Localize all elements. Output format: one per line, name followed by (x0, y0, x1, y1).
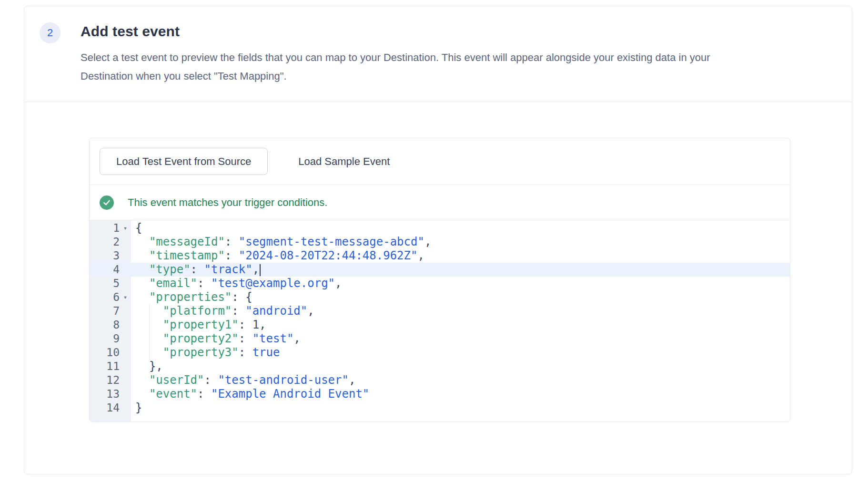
fold-arrow-placeholder (120, 387, 131, 401)
fold-arrow-placeholder (120, 360, 131, 373)
code-text[interactable]: "platform": "android", (131, 304, 790, 318)
check-circle-icon (100, 196, 114, 210)
load-sample-event-button[interactable]: Load Sample Event (287, 148, 401, 175)
code-line[interactable]: 8 "property1": 1, (90, 318, 790, 332)
code-text[interactable]: "event": "Example Android Event" (131, 387, 790, 401)
code-line[interactable]: 4 "type": "track", (90, 263, 790, 277)
fold-arrow-placeholder (120, 373, 131, 387)
fold-arrow-icon[interactable]: ▾ (120, 290, 131, 304)
line-number: 5 (90, 277, 120, 290)
json-code-editor[interactable]: 1▾{2 "messageId": "segment-test-message-… (90, 220, 790, 422)
line-number-cell: 7 (90, 304, 131, 318)
line-number-cell: 10 (90, 346, 131, 360)
line-number-cell: 1▾ (90, 221, 131, 235)
line-number-cell: 8 (90, 318, 131, 332)
line-number-cell: 11 (90, 360, 131, 373)
line-number-cell: 14 (90, 401, 131, 415)
code-line[interactable]: 12 "userId": "test-android-user", (90, 373, 790, 387)
line-number-cell: 2 (90, 235, 131, 249)
line-number: 8 (90, 318, 120, 332)
fold-arrow-placeholder (120, 318, 131, 332)
code-line[interactable]: 14} (90, 401, 790, 415)
trigger-match-status: This event matches your trigger conditio… (90, 185, 790, 220)
code-text[interactable]: { (131, 221, 790, 235)
fold-arrow-placeholder (120, 249, 131, 263)
code-line[interactable]: 1▾{ (90, 221, 790, 235)
code-line[interactable]: 11 }, (90, 360, 790, 373)
code-text[interactable]: "messageId": "segment-test-message-abcd"… (131, 235, 790, 249)
code-text[interactable]: "userId": "test-android-user", (131, 373, 790, 387)
line-number-cell: 4 (90, 263, 131, 277)
code-line[interactable]: 9 "property2": "test", (90, 332, 790, 346)
fold-arrow-placeholder (120, 277, 131, 290)
line-number: 13 (90, 387, 120, 401)
code-text[interactable]: "property1": 1, (131, 318, 790, 332)
line-number: 7 (90, 304, 120, 318)
fold-arrow-placeholder (120, 304, 131, 318)
fold-arrow-placeholder (120, 235, 131, 249)
load-test-event-button[interactable]: Load Test Event from Source (100, 148, 268, 175)
step-description: Select a test event to preview the field… (81, 48, 714, 85)
code-text[interactable]: "type": "track", (131, 263, 790, 277)
code-line[interactable]: 2 "messageId": "segment-test-message-abc… (90, 235, 790, 249)
line-number-cell: 6▾ (90, 290, 131, 304)
code-line[interactable]: 7 "platform": "android", (90, 304, 790, 318)
line-number: 6 (90, 290, 120, 304)
code-text[interactable]: "properties": { (131, 290, 790, 304)
step-header: 2 Add test event Select a test event to … (24, 6, 852, 102)
line-number-cell: 9 (90, 332, 131, 346)
step-number-badge: 2 (40, 22, 61, 43)
fold-arrow-placeholder (120, 263, 131, 277)
indent-guide (149, 346, 150, 360)
indent-guide (149, 318, 150, 332)
line-number-cell: 12 (90, 373, 131, 387)
text-cursor (260, 264, 261, 276)
line-number-cell: 13 (90, 387, 131, 401)
code-line[interactable]: 10 "property3": true (90, 346, 790, 360)
code-line[interactable]: 6▾ "properties": { (90, 290, 790, 304)
fold-arrow-placeholder (120, 346, 131, 360)
line-number-cell: 3 (90, 249, 131, 263)
add-test-event-card: 2 Add test event Select a test event to … (24, 6, 852, 474)
fold-arrow-icon[interactable]: ▾ (120, 221, 131, 235)
page-title: Add test event (81, 21, 833, 41)
line-number: 3 (90, 249, 120, 263)
code-text[interactable]: } (131, 401, 790, 415)
line-number: 11 (90, 360, 120, 373)
line-number: 2 (90, 235, 120, 249)
code-text[interactable]: "email": "test@example.org", (131, 277, 790, 290)
line-number: 9 (90, 332, 120, 346)
line-number: 4 (90, 263, 120, 277)
indent-guide (149, 304, 150, 318)
indent-guide (149, 332, 150, 346)
code-text[interactable]: }, (131, 360, 790, 373)
code-text[interactable]: "timestamp": "2024-08-20T22:44:48.962Z", (131, 249, 790, 263)
line-number: 10 (90, 346, 120, 360)
line-number-cell: 5 (90, 277, 131, 290)
line-number: 1 (90, 221, 120, 235)
code-text[interactable]: "property3": true (131, 346, 790, 360)
test-event-panel: Load Test Event from Source Load Sample … (89, 138, 790, 422)
line-number: 12 (90, 373, 120, 387)
status-message: This event matches your trigger conditio… (128, 196, 327, 209)
step-body: Load Test Event from Source Load Sample … (24, 102, 852, 422)
code-line[interactable]: 13 "event": "Example Android Event" (90, 387, 790, 401)
line-number: 14 (90, 401, 120, 415)
code-line[interactable]: 3 "timestamp": "2024-08-20T22:44:48.962Z… (90, 249, 790, 263)
code-line[interactable]: 5 "email": "test@example.org", (90, 277, 790, 290)
fold-arrow-placeholder (120, 401, 131, 415)
code-text[interactable]: "property2": "test", (131, 332, 790, 346)
fold-arrow-placeholder (120, 332, 131, 346)
event-loader-toolbar: Load Test Event from Source Load Sample … (90, 138, 790, 185)
